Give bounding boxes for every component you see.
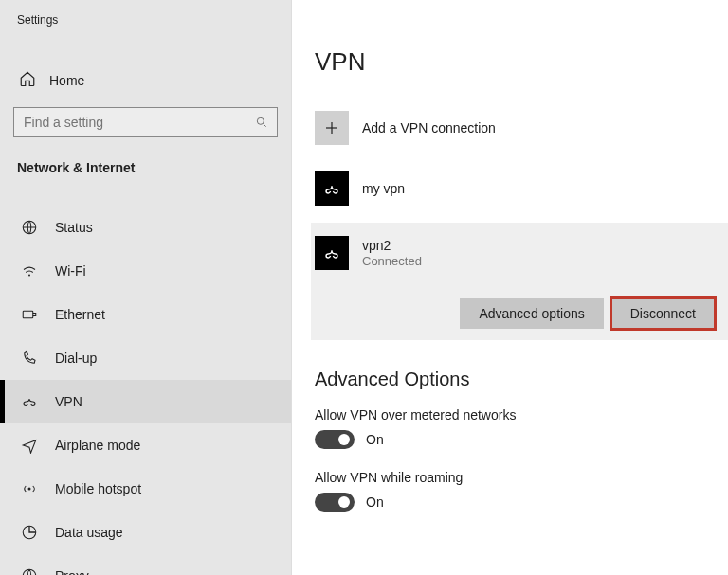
search-icon: [255, 116, 268, 129]
vpn-tile-icon: [315, 236, 349, 270]
sidebar-item-status[interactable]: Status: [0, 206, 291, 249]
svg-point-7: [23, 569, 36, 575]
vpn-status: Connected: [362, 254, 422, 269]
sidebar-item-hotspot[interactable]: Mobile hotspot: [0, 467, 291, 511]
sidebar-item-ethernet[interactable]: Ethernet: [0, 293, 291, 336]
sidebar-item-label: Ethernet: [55, 307, 105, 322]
sidebar-item-label: Wi-Fi: [55, 263, 86, 279]
advanced-options-button[interactable]: Advanced options: [460, 298, 603, 329]
svg-point-0: [257, 117, 264, 124]
hotspot-icon: [21, 480, 38, 497]
sidebar-item-proxy[interactable]: Proxy: [0, 554, 291, 575]
globe-icon: [21, 219, 38, 236]
toggle-roaming-state: On: [366, 494, 384, 510]
vpn-item-myvpn[interactable]: my vpn: [315, 164, 715, 213]
sidebar-item-vpn[interactable]: VPN: [0, 380, 291, 423]
svg-line-1: [264, 124, 266, 127]
ethernet-icon: [21, 306, 38, 323]
vpn-icon: [21, 393, 38, 410]
main-content: VPN Add a VPN connection my vpn vpn2 Con…: [292, 0, 728, 575]
vpn-name: my vpn: [362, 180, 405, 197]
sidebar: Settings Home Network & Internet Status …: [0, 0, 292, 575]
toggle-roaming[interactable]: [315, 493, 355, 512]
search-input[interactable]: [13, 107, 278, 137]
app-title: Settings: [0, 13, 291, 32]
sidebar-item-datausage[interactable]: Data usage: [0, 511, 291, 554]
airplane-icon: [21, 437, 38, 454]
nav-home[interactable]: Home: [0, 59, 291, 101]
sidebar-section-title: Network & Internet: [0, 147, 291, 187]
sidebar-item-label: Dial-up: [55, 350, 97, 366]
phone-icon: [21, 350, 38, 367]
home-icon: [19, 70, 36, 90]
vpn-name: vpn2: [362, 237, 422, 254]
proxy-icon: [21, 567, 38, 575]
toggle-metered[interactable]: [315, 430, 355, 449]
advanced-options-header: Advanced Options: [315, 368, 715, 390]
data-usage-icon: [21, 524, 38, 541]
sidebar-item-label: VPN: [55, 394, 82, 409]
svg-point-5: [28, 488, 31, 491]
add-vpn-row[interactable]: Add a VPN connection: [315, 103, 715, 153]
add-icon: [315, 111, 349, 145]
disconnect-button[interactable]: Disconnect: [611, 298, 715, 329]
sidebar-item-label: Data usage: [55, 525, 123, 540]
add-vpn-label: Add a VPN connection: [362, 119, 496, 136]
svg-point-3: [28, 275, 30, 277]
toggle-metered-state: On: [366, 432, 384, 447]
sidebar-item-label: Proxy: [55, 568, 89, 575]
sidebar-item-wifi[interactable]: Wi-Fi: [0, 249, 291, 293]
option-roaming-label: Allow VPN while roaming: [315, 470, 715, 485]
page-title: VPN: [315, 47, 715, 77]
vpn-item-vpn2-selected[interactable]: vpn2 Connected Advanced options Disconne…: [311, 223, 728, 340]
sidebar-item-dialup[interactable]: Dial-up: [0, 336, 291, 380]
sidebar-item-airplane[interactable]: Airplane mode: [0, 423, 291, 467]
sidebar-item-label: Status: [55, 220, 93, 235]
vpn-tile-icon: [315, 171, 349, 206]
option-metered-label: Allow VPN over metered networks: [315, 407, 715, 422]
svg-rect-4: [23, 311, 33, 318]
wifi-icon: [21, 262, 38, 279]
search-wrap: [13, 107, 278, 137]
sidebar-item-label: Airplane mode: [55, 438, 140, 453]
nav-home-label: Home: [49, 73, 84, 88]
sidebar-item-label: Mobile hotspot: [55, 481, 141, 496]
nav-list: Status Wi-Fi Ethernet Dial-up VPN Airpla…: [0, 206, 291, 575]
